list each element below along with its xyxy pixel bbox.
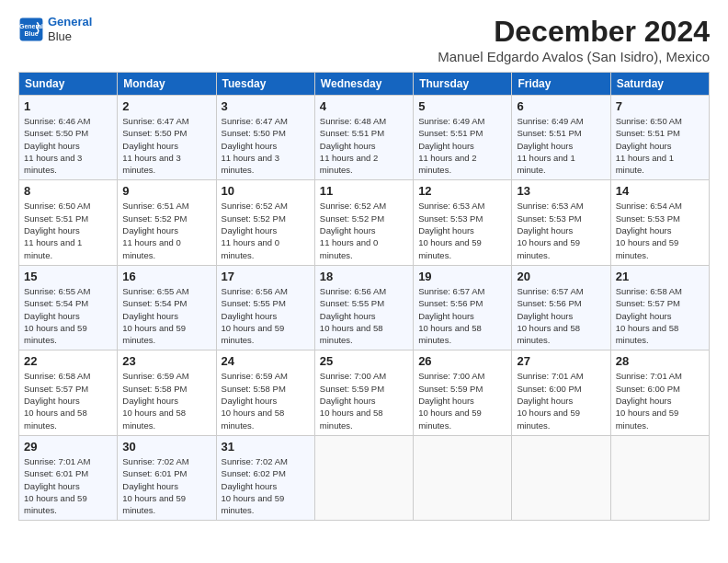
- svg-text:Blue: Blue: [24, 30, 38, 37]
- day-number: 14: [616, 184, 704, 198]
- calendar-cell: 16Sunrise: 6:55 AMSunset: 5:54 PMDayligh…: [118, 265, 216, 350]
- day-info: Sunrise: 6:47 AMSunset: 5:50 PMDaylight …: [122, 115, 210, 176]
- day-number: 26: [418, 354, 506, 368]
- day-number: 29: [24, 440, 112, 454]
- day-info: Sunrise: 7:00 AMSunset: 5:59 PMDaylight …: [320, 370, 408, 431]
- calendar-cell: 19Sunrise: 6:57 AMSunset: 5:56 PMDayligh…: [414, 265, 512, 350]
- day-info: Sunrise: 6:49 AMSunset: 5:51 PMDaylight …: [517, 115, 605, 176]
- day-info: Sunrise: 6:56 AMSunset: 5:55 PMDaylight …: [320, 285, 408, 346]
- weekday-header-row: SundayMondayTuesdayWednesdayThursdayFrid…: [19, 73, 710, 96]
- day-info: Sunrise: 6:59 AMSunset: 5:58 PMDaylight …: [122, 370, 210, 431]
- page-header: General Blue GeneralBlue December 2024 M…: [18, 15, 710, 64]
- calendar-cell: 7Sunrise: 6:50 AMSunset: 5:51 PMDaylight…: [610, 96, 709, 180]
- calendar-cell: 8Sunrise: 6:50 AMSunset: 5:51 PMDaylight…: [19, 180, 118, 265]
- day-number: 4: [320, 99, 408, 113]
- day-info: Sunrise: 6:59 AMSunset: 5:58 PMDaylight …: [222, 370, 310, 431]
- day-number: 17: [222, 270, 310, 283]
- calendar-cell: 25Sunrise: 7:00 AMSunset: 5:59 PMDayligh…: [314, 350, 413, 435]
- calendar-cell: 12Sunrise: 6:53 AMSunset: 5:53 PMDayligh…: [414, 180, 512, 265]
- day-number: 3: [222, 99, 310, 113]
- day-number: 13: [517, 184, 605, 198]
- calendar-week-row: 29Sunrise: 7:01 AMSunset: 6:01 PMDayligh…: [19, 435, 710, 520]
- weekday-header-tuesday: Tuesday: [216, 73, 314, 96]
- weekday-header-saturday: Saturday: [610, 73, 709, 96]
- calendar-cell: 15Sunrise: 6:55 AMSunset: 5:54 PMDayligh…: [19, 265, 118, 350]
- page-title: December 2024: [438, 15, 710, 49]
- day-info: Sunrise: 7:01 AMSunset: 6:00 PMDaylight …: [517, 370, 605, 431]
- logo-text: GeneralBlue: [48, 15, 92, 43]
- logo: General Blue GeneralBlue: [18, 15, 92, 43]
- calendar-cell: 11Sunrise: 6:52 AMSunset: 5:52 PMDayligh…: [314, 180, 413, 265]
- day-number: 1: [24, 99, 112, 113]
- day-number: 7: [616, 99, 704, 113]
- day-number: 23: [122, 354, 210, 368]
- day-info: Sunrise: 6:55 AMSunset: 5:54 PMDaylight …: [24, 285, 112, 346]
- day-number: 24: [222, 354, 310, 368]
- day-info: Sunrise: 7:02 AMSunset: 6:02 PMDaylight …: [222, 455, 310, 516]
- weekday-header-thursday: Thursday: [414, 73, 512, 96]
- calendar-cell: 22Sunrise: 6:58 AMSunset: 5:57 PMDayligh…: [19, 350, 118, 435]
- calendar-cell: [610, 435, 709, 520]
- day-info: Sunrise: 6:55 AMSunset: 5:54 PMDaylight …: [122, 285, 210, 346]
- logo-icon: General Blue: [18, 17, 44, 42]
- day-info: Sunrise: 6:54 AMSunset: 5:53 PMDaylight …: [616, 200, 704, 260]
- day-info: Sunrise: 6:50 AMSunset: 5:51 PMDaylight …: [616, 115, 704, 176]
- calendar-week-row: 22Sunrise: 6:58 AMSunset: 5:57 PMDayligh…: [19, 350, 710, 435]
- calendar-cell: 20Sunrise: 6:57 AMSunset: 5:56 PMDayligh…: [512, 265, 610, 350]
- day-number: 16: [122, 270, 210, 283]
- day-number: 11: [320, 184, 408, 198]
- calendar-cell: 2Sunrise: 6:47 AMSunset: 5:50 PMDaylight…: [118, 96, 216, 180]
- day-number: 28: [616, 354, 704, 368]
- day-number: 22: [24, 354, 112, 368]
- day-info: Sunrise: 6:53 AMSunset: 5:53 PMDaylight …: [418, 200, 506, 260]
- calendar-table: SundayMondayTuesdayWednesdayThursdayFrid…: [18, 72, 710, 521]
- calendar-cell: 23Sunrise: 6:59 AMSunset: 5:58 PMDayligh…: [118, 350, 216, 435]
- day-number: 12: [418, 184, 506, 198]
- day-number: 25: [320, 354, 408, 368]
- calendar-cell: 30Sunrise: 7:02 AMSunset: 6:01 PMDayligh…: [118, 435, 216, 520]
- day-info: Sunrise: 6:57 AMSunset: 5:56 PMDaylight …: [418, 285, 506, 346]
- calendar-cell: 3Sunrise: 6:47 AMSunset: 5:50 PMDaylight…: [216, 96, 314, 180]
- day-info: Sunrise: 7:02 AMSunset: 6:01 PMDaylight …: [122, 455, 210, 516]
- calendar-cell: 28Sunrise: 7:01 AMSunset: 6:00 PMDayligh…: [610, 350, 709, 435]
- calendar-cell: [512, 435, 610, 520]
- day-info: Sunrise: 7:01 AMSunset: 6:01 PMDaylight …: [24, 455, 112, 516]
- calendar-cell: 27Sunrise: 7:01 AMSunset: 6:00 PMDayligh…: [512, 350, 610, 435]
- day-number: 20: [517, 270, 605, 283]
- day-info: Sunrise: 6:51 AMSunset: 5:52 PMDaylight …: [122, 200, 210, 260]
- calendar-cell: 5Sunrise: 6:49 AMSunset: 5:51 PMDaylight…: [414, 96, 512, 180]
- calendar-cell: 24Sunrise: 6:59 AMSunset: 5:58 PMDayligh…: [216, 350, 314, 435]
- calendar-cell: [414, 435, 512, 520]
- day-number: 9: [122, 184, 210, 198]
- svg-text:General: General: [19, 23, 43, 29]
- day-info: Sunrise: 6:58 AMSunset: 5:57 PMDaylight …: [24, 370, 112, 431]
- day-info: Sunrise: 6:47 AMSunset: 5:50 PMDaylight …: [222, 115, 310, 176]
- day-number: 5: [418, 99, 506, 113]
- day-info: Sunrise: 6:56 AMSunset: 5:55 PMDaylight …: [222, 285, 310, 346]
- calendar-cell: 29Sunrise: 7:01 AMSunset: 6:01 PMDayligh…: [19, 435, 118, 520]
- day-info: Sunrise: 6:52 AMSunset: 5:52 PMDaylight …: [222, 200, 310, 260]
- calendar-cell: 10Sunrise: 6:52 AMSunset: 5:52 PMDayligh…: [216, 180, 314, 265]
- calendar-cell: 17Sunrise: 6:56 AMSunset: 5:55 PMDayligh…: [216, 265, 314, 350]
- day-number: 27: [517, 354, 605, 368]
- calendar-week-row: 8Sunrise: 6:50 AMSunset: 5:51 PMDaylight…: [19, 180, 710, 265]
- calendar-cell: 21Sunrise: 6:58 AMSunset: 5:57 PMDayligh…: [610, 265, 709, 350]
- day-info: Sunrise: 7:00 AMSunset: 5:59 PMDaylight …: [418, 370, 506, 431]
- day-info: Sunrise: 6:53 AMSunset: 5:53 PMDaylight …: [517, 200, 605, 260]
- calendar-cell: [314, 435, 413, 520]
- day-info: Sunrise: 6:48 AMSunset: 5:51 PMDaylight …: [320, 115, 408, 176]
- day-number: 8: [24, 184, 112, 198]
- title-block: December 2024 Manuel Edgardo Avalos (San…: [438, 15, 710, 64]
- weekday-header-monday: Monday: [118, 73, 216, 96]
- day-number: 6: [517, 99, 605, 113]
- calendar-cell: 9Sunrise: 6:51 AMSunset: 5:52 PMDaylight…: [118, 180, 216, 265]
- weekday-header-sunday: Sunday: [19, 73, 118, 96]
- calendar-cell: 14Sunrise: 6:54 AMSunset: 5:53 PMDayligh…: [610, 180, 709, 265]
- day-info: Sunrise: 6:49 AMSunset: 5:51 PMDaylight …: [418, 115, 506, 176]
- day-info: Sunrise: 6:57 AMSunset: 5:56 PMDaylight …: [517, 285, 605, 346]
- weekday-header-wednesday: Wednesday: [314, 73, 413, 96]
- calendar-week-row: 1Sunrise: 6:46 AMSunset: 5:50 PMDaylight…: [19, 96, 710, 180]
- day-info: Sunrise: 7:01 AMSunset: 6:00 PMDaylight …: [616, 370, 704, 431]
- day-number: 19: [418, 270, 506, 283]
- day-number: 21: [616, 270, 704, 283]
